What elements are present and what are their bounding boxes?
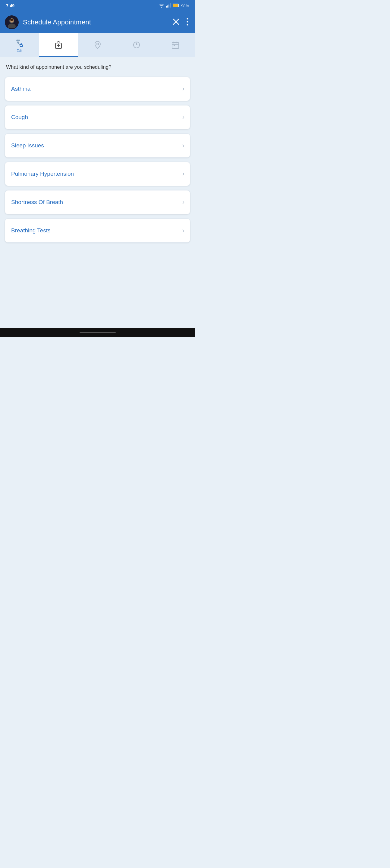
- step-edit[interactable]: Edit: [0, 33, 39, 57]
- option-pulmonary-hypertension-label: Pulmonary Hypertension: [11, 170, 74, 177]
- status-bar: 7:49 98%: [0, 0, 195, 11]
- wifi-icon: [159, 3, 164, 8]
- arrow-icon: ›: [182, 198, 184, 206]
- bottom-bar: [0, 328, 195, 337]
- more-options-button[interactable]: [185, 16, 190, 29]
- header-title: Schedule Appointment: [23, 19, 166, 26]
- arrow-icon: ›: [182, 170, 184, 178]
- stethoscope-icon: [14, 37, 25, 48]
- option-pulmonary-hypertension[interactable]: Pulmonary Hypertension ›: [5, 162, 190, 186]
- arrow-icon: ›: [182, 227, 184, 235]
- option-asthma[interactable]: Asthma ›: [5, 77, 190, 101]
- map-pin-icon: [92, 39, 103, 50]
- svg-rect-29: [172, 42, 179, 49]
- svg-rect-2: [169, 4, 169, 7]
- battery-pct: 98%: [181, 4, 189, 8]
- svg-point-16: [187, 21, 188, 23]
- step-time[interactable]: [117, 33, 156, 57]
- option-breathing-tests[interactable]: Breathing Tests ›: [5, 218, 190, 243]
- svg-point-21: [20, 43, 23, 47]
- step-navigation: Edit: [0, 33, 195, 57]
- option-asthma-label: Asthma: [11, 86, 30, 92]
- bag-cross-icon: [53, 39, 64, 50]
- arrow-icon: ›: [182, 142, 184, 150]
- step-location[interactable]: [78, 33, 117, 57]
- svg-point-25: [97, 43, 98, 45]
- status-icons: 98%: [159, 3, 189, 8]
- option-shortness-of-breath[interactable]: Shortness Of Breath ›: [5, 190, 190, 214]
- svg-point-17: [187, 24, 188, 26]
- clock-icon: [131, 39, 142, 50]
- arrow-icon: ›: [182, 85, 184, 93]
- avatar: [5, 16, 19, 29]
- svg-point-15: [187, 18, 188, 20]
- option-cough[interactable]: Cough ›: [5, 105, 190, 129]
- step-calendar[interactable]: [156, 33, 195, 57]
- option-sleep-issues-label: Sleep Issues: [11, 142, 44, 149]
- home-indicator: [80, 332, 116, 333]
- svg-rect-6: [173, 4, 178, 7]
- time-display: 7:49: [6, 3, 14, 8]
- app-header: Schedule Appointment: [0, 11, 195, 33]
- option-breathing-tests-label: Breathing Tests: [11, 227, 51, 234]
- option-shortness-of-breath-label: Shortness Of Breath: [11, 199, 63, 206]
- svg-rect-1: [167, 5, 168, 7]
- step-type[interactable]: [39, 33, 78, 57]
- signal-icon: [166, 3, 171, 8]
- header-actions: [170, 16, 190, 29]
- battery-icon: [173, 3, 179, 8]
- close-button[interactable]: [170, 16, 182, 29]
- section-question: What kind of appointment are you schedul…: [5, 64, 190, 70]
- step-edit-label: Edit: [17, 49, 22, 53]
- svg-point-8: [8, 24, 16, 28]
- svg-rect-33: [174, 45, 175, 46]
- svg-rect-5: [179, 5, 179, 6]
- calendar-icon: [170, 39, 181, 50]
- arrow-icon: ›: [182, 113, 184, 121]
- svg-rect-12: [10, 19, 13, 21]
- svg-rect-0: [166, 6, 167, 7]
- option-sleep-issues[interactable]: Sleep Issues ›: [5, 133, 190, 158]
- svg-rect-3: [170, 3, 171, 7]
- option-cough-label: Cough: [11, 114, 28, 121]
- main-content: What kind of appointment are you schedul…: [0, 57, 195, 328]
